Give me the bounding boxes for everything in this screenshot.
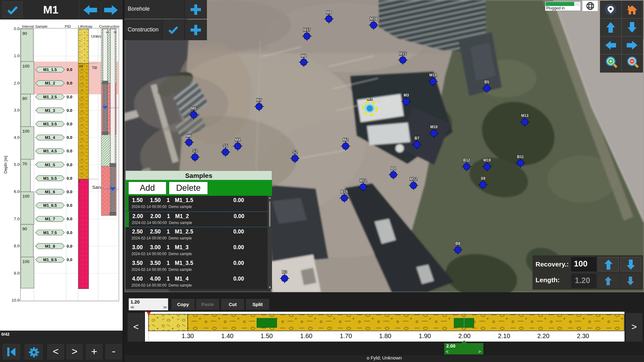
svg-text:S5: S5	[223, 144, 228, 148]
svg-text:M14: M14	[429, 73, 437, 77]
svg-text:0.0: 0.0	[67, 162, 72, 167]
svg-text:1.60: 1.60	[300, 332, 313, 339]
svg-text:0.0: 0.0	[67, 81, 72, 85]
svg-text:B4: B4	[391, 166, 396, 171]
svg-text:100: 100	[22, 259, 30, 264]
svg-text:1.80: 1.80	[379, 332, 391, 339]
svg-text:0.0: 0.0	[67, 257, 72, 262]
svg-text:M12: M12	[410, 177, 417, 181]
svg-text:B7: B7	[414, 136, 419, 140]
svg-text:PID: PID	[65, 25, 71, 28]
svg-text:M15: M15	[399, 52, 407, 56]
svg-text:M1_2: M1_2	[45, 81, 55, 85]
svg-text:2.20: 2.20	[537, 332, 550, 339]
svg-text:1.90: 1.90	[419, 332, 431, 339]
svg-text:M1_7.5: M1_7.5	[43, 230, 57, 235]
svg-text:4.0: 4.0	[14, 135, 19, 140]
svg-text:M11: M11	[360, 178, 367, 183]
svg-text:8.0: 8.0	[14, 244, 19, 248]
svg-text:1.70: 1.70	[340, 332, 352, 339]
svg-text:B11: B11	[517, 155, 524, 159]
svg-text:M1_1.5: M1_1.5	[43, 67, 57, 72]
svg-text:80: 80	[22, 96, 27, 101]
svg-text:M8: M8	[301, 54, 307, 58]
svg-text:2: 2	[113, 31, 117, 33]
svg-text:s: s	[79, 180, 80, 183]
svg-text:0.0: 0.0	[67, 217, 72, 221]
svg-text:M7: M7	[257, 98, 262, 102]
svg-text:1.30: 1.30	[182, 332, 194, 339]
svg-text:2.0: 2.0	[14, 81, 19, 85]
svg-text:100: 100	[22, 64, 30, 69]
svg-text:<: <	[446, 349, 448, 354]
svg-text:Construction: Construction	[99, 25, 119, 28]
svg-text:S2: S2	[293, 150, 297, 154]
svg-text:2.00: 2.00	[446, 343, 455, 348]
svg-text:M1_7: M1_7	[45, 217, 55, 221]
svg-text:1: 1	[106, 31, 109, 33]
svg-text:M2: M2	[343, 138, 348, 142]
svg-text:0.0: 0.0	[67, 149, 72, 153]
svg-text:0.0: 0.0	[67, 95, 72, 99]
svg-text:0.0: 0.0	[67, 135, 72, 140]
svg-text:M1_5: M1_5	[45, 162, 55, 167]
svg-text:ml: ml	[79, 64, 83, 69]
svg-text:M1_4.5: M1_4.5	[43, 149, 57, 153]
svg-text:S9: S9	[481, 176, 486, 181]
svg-text:Lithology: Lithology	[78, 25, 92, 28]
svg-text:0.0: 0.0	[67, 122, 72, 126]
svg-text:B12: B12	[463, 158, 470, 162]
svg-text:S3: S3	[193, 149, 197, 153]
svg-text:90: 90	[22, 31, 27, 36]
svg-text:100: 100	[22, 194, 30, 199]
svg-text:M18: M18	[370, 17, 377, 21]
svg-text:5.0: 5.0	[14, 162, 19, 167]
svg-text:0.0: 0.0	[67, 176, 72, 181]
svg-text:B8: B8	[455, 241, 460, 246]
svg-text:>: >	[478, 349, 481, 354]
svg-text:M3: M3	[404, 93, 409, 97]
svg-text:M1_4: M1_4	[45, 135, 55, 140]
svg-text:1.50: 1.50	[261, 332, 273, 339]
svg-text:M13: M13	[521, 113, 529, 118]
svg-text:2.30: 2.30	[577, 332, 589, 339]
svg-text:M1_8: M1_8	[45, 244, 55, 249]
svg-text:0.0: 0.0	[67, 67, 72, 72]
svg-text:M1_2.5: M1_2.5	[43, 95, 57, 99]
svg-text:70: 70	[22, 162, 27, 166]
svg-text:9.0: 9.0	[14, 271, 19, 276]
svg-text:Till: Till	[92, 65, 97, 70]
svg-text:M6: M6	[186, 134, 192, 138]
svg-text:Interval: Interval	[22, 25, 34, 28]
svg-text:6.0: 6.0	[14, 189, 19, 194]
svg-text:M1_6: M1_6	[45, 189, 55, 194]
svg-text:0.0: 0.0	[67, 189, 72, 194]
svg-text:M9: M9	[326, 10, 332, 15]
svg-text:M1_3.5: M1_3.5	[43, 122, 57, 126]
svg-text:1.0: 1.0	[14, 53, 19, 58]
svg-text:B3: B3	[282, 270, 287, 274]
svg-text:0.0: 0.0	[67, 203, 72, 208]
svg-text:7.0: 7.0	[14, 217, 19, 221]
svg-text:M1_6.5: M1_6.5	[43, 203, 57, 208]
svg-text:M4: M4	[235, 138, 241, 142]
svg-text:1.40: 1.40	[221, 332, 234, 339]
svg-text:M1: M1	[367, 97, 373, 101]
svg-text:M1_8.5: M1_8.5	[43, 257, 57, 262]
svg-text:3.0: 3.0	[14, 108, 19, 112]
svg-text:M17: M17	[303, 28, 311, 32]
svg-text:M5: M5	[191, 106, 197, 111]
svg-text:M10: M10	[430, 125, 438, 129]
svg-text:M1_5.5: M1_5.5	[43, 176, 57, 181]
svg-text:Sample: Sample	[35, 25, 47, 28]
svg-text:2.10: 2.10	[498, 332, 510, 339]
svg-text:M1_3: M1_3	[45, 108, 55, 113]
svg-text:100: 100	[22, 129, 30, 134]
svg-text:0.0: 0.0	[67, 108, 72, 113]
svg-text:B5: B5	[484, 80, 489, 84]
svg-text:0.0: 0.0	[67, 230, 72, 235]
svg-text:M19: M19	[483, 158, 491, 162]
svg-text:90: 90	[22, 227, 27, 231]
svg-text:0.0: 0.0	[67, 244, 72, 249]
svg-text:B15: B15	[341, 189, 348, 194]
